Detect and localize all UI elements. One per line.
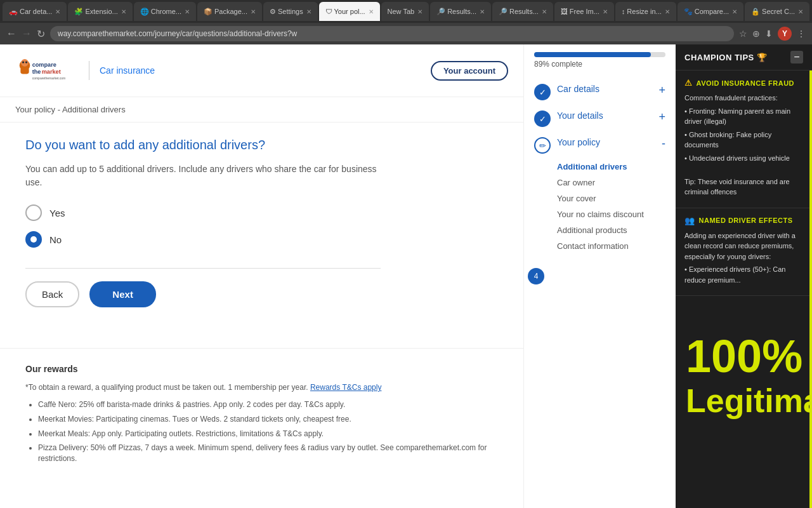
tab-close[interactable]: ✕ [121,8,126,15]
step-your-details-expand[interactable]: + [658,110,665,124]
tab-car-details[interactable]: 🚗 Car deta... ✕ [3,2,67,21]
step-your-policy[interactable]: ✏ Your policy - [524,132,676,159]
step-car-details[interactable]: ✓ Car details + [524,79,676,105]
star-icon[interactable]: ☆ [739,29,747,39]
tab-extensions[interactable]: 🧩 Extensio... ✕ [68,2,132,21]
address-bar: ← → ↻ ☆ ⊕ ⬇ Y ⋮ [0,23,812,44]
breadcrumb: Your policy - Additional drivers [0,97,523,123]
svg-text:compare: compare [32,62,56,68]
tab-new-tab[interactable]: New Tab ✕ [381,2,429,21]
radio-yes[interactable]: Yes [25,204,381,221]
tab-close[interactable]: ✕ [603,8,608,15]
tab-label: 📦 Package... [204,8,247,16]
svg-rect-4 [20,67,29,74]
car-insurance-link[interactable]: Car insurance [100,65,155,76]
tab-label: 🖼 Free Im... [561,8,599,15]
tab-compare[interactable]: 🐾 Compare... ✕ [678,2,743,21]
tab-close[interactable]: ✕ [185,8,190,15]
extension-icon[interactable]: ⊕ [752,29,760,39]
tab-close[interactable]: ✕ [665,8,670,15]
next-button[interactable]: Next [89,281,156,307]
sub-step-additional-products[interactable]: Additional products [557,222,665,238]
sub-step-additional-drivers[interactable]: Additional drivers [557,159,665,175]
tab-results2[interactable]: 🔎 Results... ✕ [492,2,553,21]
tab-close[interactable]: ✕ [251,8,256,15]
tab-label: ⚙ Settings [270,8,303,16]
tip-fraud: ⚠ AVOID INSURANCE FRAUD Common fraudulen… [676,70,812,208]
radio-yes-circle[interactable] [25,204,42,221]
page-wrapper: compare the market comparethemarket.com … [0,44,812,508]
radio-no-circle[interactable] [25,231,42,248]
tab-close[interactable]: ✕ [55,8,60,15]
rewards-list: Caffè Nero: 25% off barista-made drinks … [25,399,498,464]
tab-close[interactable]: ✕ [542,8,547,15]
button-row: Back Next [25,281,381,307]
profile-icon[interactable]: Y [778,27,792,41]
logo-area: compare the market comparethemarket.com … [15,55,155,86]
tip-named-driver-text: Adding an experienced driver with a clea… [684,231,803,286]
radio-yes-label: Yes [49,208,65,218]
tab-package[interactable]: 📦 Package... ✕ [197,2,262,21]
tab-close[interactable]: ✕ [369,8,374,15]
tip-named-driver-heading: 👥 NAMED DRIVER EFFECTS [684,216,803,225]
tab-label: 🔎 Results... [499,8,539,16]
tab-your-policy[interactable]: 🛡 Your pol... ✕ [319,2,380,21]
tab-close[interactable]: ✕ [306,8,311,15]
tab-close[interactable]: ✕ [732,8,737,15]
sub-step-contact-info[interactable]: Contact information [557,238,665,254]
back-button[interactable]: Back [25,281,79,307]
tab-bar: 🚗 Car deta... ✕ 🧩 Extensio... ✕ 🌐 Chrome… [0,0,812,23]
promo-percent: 100% [686,333,802,379]
address-input[interactable] [50,26,734,41]
champion-title: CHAMPION TIPS 🏆 [684,53,767,62]
radio-group: Yes No [25,204,381,248]
sub-step-your-cover[interactable]: Your cover [557,190,665,206]
list-item: Caffè Nero: 25% off barista-made drinks … [38,399,498,410]
rewards-link[interactable]: Rewards T&Cs apply [310,383,382,392]
svg-text:comparethemarket.com: comparethemarket.com [32,76,66,80]
back-nav-icon[interactable]: ← [6,28,16,39]
sub-step-no-claims[interactable]: Your no claims discount [557,206,665,222]
tip-fraud-heading: ⚠ AVOID INSURANCE FRAUD [684,78,803,88]
tab-secret[interactable]: 🔒 Secret C... ✕ [745,2,809,21]
champion-body: ⚠ AVOID INSURANCE FRAUD Common fraudulen… [676,70,812,508]
tab-free-img[interactable]: 🖼 Free Im... ✕ [554,2,614,21]
tab-settings[interactable]: ⚙ Settings ✕ [263,2,318,21]
tab-label: New Tab [388,8,415,15]
tab-label: 🧩 Extensio... [74,8,117,16]
tab-close[interactable]: ✕ [798,8,803,15]
tab-close[interactable]: ✕ [417,8,422,15]
reload-icon[interactable]: ↻ [37,28,45,40]
forward-nav-icon[interactable]: → [22,28,32,39]
menu-icon[interactable]: ⋮ [797,29,806,39]
logo-svg: compare the market comparethemarket.com [15,55,79,86]
step-your-policy-expand[interactable]: - [662,137,665,150]
download-icon[interactable]: ⬇ [765,29,773,39]
radio-no[interactable]: No [25,231,381,248]
main-content: compare the market comparethemarket.com … [0,44,523,508]
sub-step-car-owner[interactable]: Car owner [557,175,665,190]
list-item: Meerkat Meals: App only. Participating o… [38,429,498,439]
champion-panel: CHAMPION TIPS 🏆 − ⚠ AVOID INSURANCE FRAU… [676,44,812,508]
tab-chrome[interactable]: 🌐 Chrome... ✕ [134,2,196,21]
step-your-policy-label-wrap: Your policy [557,137,655,147]
tab-results1[interactable]: 🔎 Results... ✕ [430,2,491,21]
people-icon: 👥 [684,216,695,225]
tab-close[interactable]: ✕ [480,8,485,15]
tab-label: 🌐 Chrome... [140,8,181,16]
rewards-section: Our rewards *To obtain a reward, a quali… [0,348,523,483]
step-car-details-expand[interactable]: + [658,84,665,97]
account-button[interactable]: Your account [431,61,508,81]
tip-named-driver: 👥 NAMED DRIVER EFFECTS Adding an experie… [676,208,812,297]
browser-chrome: 🚗 Car deta... ✕ 🧩 Extensio... ✕ 🌐 Chrome… [0,0,812,44]
step-your-details-icon: ✓ [534,110,551,127]
svg-point-2 [22,61,24,63]
tab-resize[interactable]: ↕ Resize in... ✕ [615,2,676,21]
list-item: Meerkat Movies: Participating cinemas. T… [38,414,498,425]
logo: compare the market comparethemarket.com [15,55,79,86]
champion-minimize-button[interactable]: − [790,51,803,64]
step-your-details[interactable]: ✓ Your details + [524,105,676,132]
tab-label: 🐾 Compare... [684,8,729,16]
step-car-details-label-wrap: Car details [557,84,652,94]
list-item: Pizza Delivery: 50% off Pizzas, 7 days a… [38,443,498,464]
